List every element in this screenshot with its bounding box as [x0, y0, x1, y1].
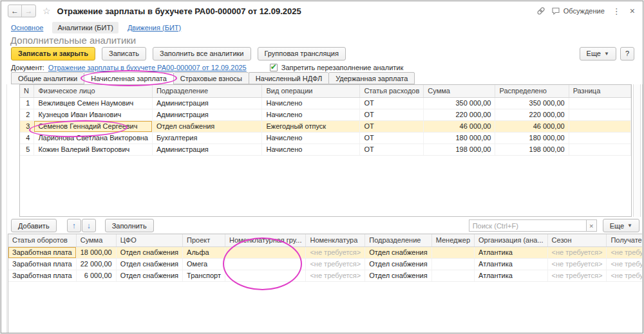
cell-distributed[interactable]: 350 000,00: [495, 97, 569, 109]
cell-expense[interactable]: ОТ: [360, 109, 424, 120]
cell-org[interactable]: Атлантика: [475, 270, 548, 281]
cell-nomenclature[interactable]: <не требуется>: [306, 258, 365, 270]
cell-nomenclature[interactable]: <не требуется>: [306, 270, 365, 281]
column-header-distributed[interactable]: Распределено: [495, 85, 569, 97]
cell-department[interactable]: Администрация: [152, 97, 262, 109]
cell-nomgroup[interactable]: [225, 258, 305, 270]
column-header-cfo[interactable]: ЦФО: [116, 234, 182, 246]
cell-n[interactable]: 1: [20, 97, 34, 109]
cell-amount[interactable]: 18 000,00: [76, 246, 116, 258]
tab-osnovnoe[interactable]: Основное: [11, 24, 43, 32]
cell-department[interactable]: Отдел снабжения: [365, 246, 431, 258]
cell-distributed[interactable]: 220 000,00: [495, 109, 569, 120]
back-arrow-icon[interactable]: ←: [8, 5, 22, 17]
cell-diff[interactable]: [569, 97, 630, 109]
cell-person[interactable]: Ларионова Светлана Викторовна: [34, 132, 153, 144]
cell-amount[interactable]: 198 000,00: [424, 144, 495, 155]
cell-expense[interactable]: ОТ: [360, 132, 424, 144]
cell-item[interactable]: Заработная плата: [8, 246, 76, 258]
cell-receiver[interactable]: <не требуется>: [607, 270, 642, 281]
cell-cfo[interactable]: Отдел снабжения: [116, 246, 182, 258]
tab-obshchie-analitiki[interactable]: Общие аналитики: [11, 72, 84, 84]
table-row[interactable]: Заработная плата18 000,00Отдел снабжения…: [8, 246, 642, 258]
cell-receiver[interactable]: <не требуется>: [607, 258, 642, 270]
column-header-department[interactable]: Подразделение: [152, 85, 262, 97]
cell-amount[interactable]: 46 000,00: [424, 120, 495, 132]
tab-uderzhannaya-zarplata[interactable]: Удержанная зарплата: [328, 72, 415, 84]
tab-strakhovye-vznosy[interactable]: Страховые взносы: [174, 72, 249, 84]
cell-operation[interactable]: Начислено: [262, 97, 360, 109]
cell-department[interactable]: Администрация: [152, 109, 262, 120]
column-header-season[interactable]: Сезон: [547, 234, 607, 246]
cell-item[interactable]: Заработная плата: [8, 258, 76, 270]
cell-diff[interactable]: [569, 144, 630, 155]
cell-amount[interactable]: 220 000,00: [424, 109, 495, 120]
tab-nachislennaya-zarplata[interactable]: Начисленная зарплата: [84, 72, 174, 85]
save-button[interactable]: Записать: [102, 47, 146, 60]
discussion-button[interactable]: Обсуждение: [551, 7, 605, 15]
forward-arrow-icon[interactable]: →: [22, 5, 35, 17]
cell-expense[interactable]: ОТ: [360, 144, 424, 155]
cell-manager[interactable]: [431, 246, 474, 258]
cell-n[interactable]: 4: [20, 132, 34, 144]
cell-department[interactable]: Бухгалтерия: [152, 132, 262, 144]
history-nav[interactable]: ← →: [8, 5, 36, 17]
search-input[interactable]: [469, 219, 587, 232]
column-header-manager[interactable]: Менеджер: [431, 234, 474, 246]
cell-project[interactable]: Омега: [183, 258, 225, 270]
cell-org[interactable]: Атлантика: [475, 258, 548, 270]
cell-person[interactable]: Кузнецов Иван Иванович: [34, 109, 153, 120]
move-down-button[interactable]: ↓: [82, 219, 96, 232]
cell-nomgroup[interactable]: [225, 246, 305, 258]
table-row[interactable]: 3Семенов Геннадий СергеевичОтдел снабжен…: [20, 120, 631, 132]
document-link[interactable]: Отражение зарплаты в бухучете РА00-00000…: [48, 64, 247, 71]
checkbox-checked-icon[interactable]: [270, 64, 278, 71]
cell-item[interactable]: Заработная плата: [8, 270, 76, 281]
column-header-expense[interactable]: Статья расходов: [360, 85, 424, 97]
upper-table-scrollbar[interactable]: [633, 84, 641, 217]
cell-person[interactable]: Вежливцев Семен Наумович: [34, 97, 153, 109]
cell-department[interactable]: Администрация: [152, 144, 262, 155]
cell-org[interactable]: Атлантика: [475, 246, 548, 258]
help-button[interactable]: ?: [620, 47, 634, 60]
cell-distributed[interactable]: 46 000,00: [495, 120, 569, 132]
cell-expense[interactable]: ОТ: [360, 120, 424, 132]
table-row[interactable]: 4Ларионова Светлана ВикторовнаБухгалтери…: [20, 132, 631, 144]
cell-amount[interactable]: 180 000,00: [424, 132, 495, 144]
cell-operation[interactable]: Ежегодный отпуск: [262, 120, 360, 132]
cell-season[interactable]: <не требуется>: [547, 246, 607, 258]
cell-amount[interactable]: 22 000,00: [76, 258, 116, 270]
cell-n[interactable]: 3: [20, 120, 34, 132]
cell-person[interactable]: Семенов Геннадий Сергеевич: [34, 120, 153, 132]
more-button-bottom[interactable]: Еще▼: [603, 219, 639, 232]
fill-button[interactable]: Заполнить: [105, 219, 154, 232]
favorite-star-icon[interactable]: ☆: [43, 6, 51, 16]
cell-operation[interactable]: Начислено: [262, 109, 360, 120]
column-header-person[interactable]: Физическое лицо: [34, 85, 153, 97]
cell-diff[interactable]: [569, 109, 630, 120]
table-row[interactable]: 5Кожин Валерий ВикторовичАдминистрацияНа…: [20, 144, 631, 155]
column-header-operation[interactable]: Вид операции: [262, 85, 360, 97]
column-header-amount[interactable]: Сумма: [424, 85, 495, 97]
column-header-item[interactable]: Статья оборотов: [8, 234, 76, 246]
cell-n[interactable]: 5: [20, 144, 34, 155]
cell-project[interactable]: Транспорт: [183, 270, 225, 281]
table-row[interactable]: Заработная плата22 000,00Отдел снабжения…: [8, 258, 642, 270]
cell-department[interactable]: Отдел снабжения: [365, 270, 431, 281]
cell-n[interactable]: 2: [20, 109, 34, 120]
group-broadcast-button[interactable]: Групповая трансляция: [258, 47, 346, 60]
cell-amount[interactable]: 6 000,00: [76, 270, 116, 281]
cell-department[interactable]: Отдел снабжения: [365, 258, 431, 270]
column-header-org[interactable]: Организация (ана...: [475, 234, 548, 246]
cell-distributed[interactable]: 198 000,00: [495, 144, 569, 155]
cell-department[interactable]: Отдел снабжения: [152, 120, 262, 132]
cell-person[interactable]: Кожин Валерий Викторович: [34, 144, 153, 155]
tab-nachislennyi-ndfl[interactable]: Начисленный НДФЛ: [249, 72, 328, 84]
column-header-diff[interactable]: Разница: [569, 85, 630, 97]
clear-search-icon[interactable]: ×: [586, 219, 597, 232]
column-header-nomenclature[interactable]: Номенклатура: [306, 234, 365, 246]
forbid-refill-checkbox[interactable]: Запретить перезаполнение аналитик: [270, 64, 404, 71]
table-row[interactable]: Заработная плата6 000,00Отдел снабженияТ…: [8, 270, 642, 281]
cell-nomenclature[interactable]: <не требуется>: [306, 246, 365, 258]
column-header-receiver[interactable]: Получате...: [607, 234, 642, 246]
